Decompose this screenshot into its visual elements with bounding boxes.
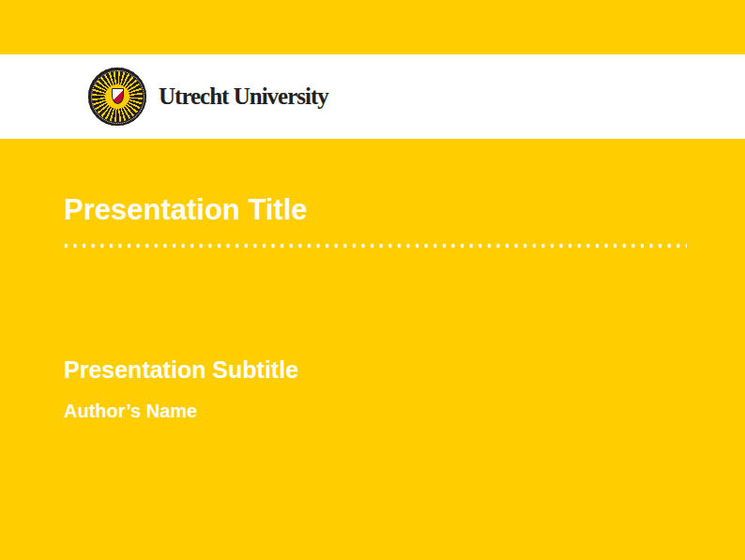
logo-wordmark: Utrecht University [159, 83, 328, 110]
shield-icon [112, 88, 124, 104]
dotted-divider [64, 243, 687, 249]
sun-emblem-icon [88, 68, 146, 126]
logo-band: Utrecht University [0, 54, 745, 139]
utrecht-university-logo: Utrecht University [88, 68, 328, 126]
title-slide: Utrecht University Presentation Title Pr… [0, 0, 745, 560]
author-name: Author’s Name [64, 401, 197, 422]
presentation-title: Presentation Title [64, 193, 308, 227]
presentation-subtitle: Presentation Subtitle [64, 356, 298, 384]
